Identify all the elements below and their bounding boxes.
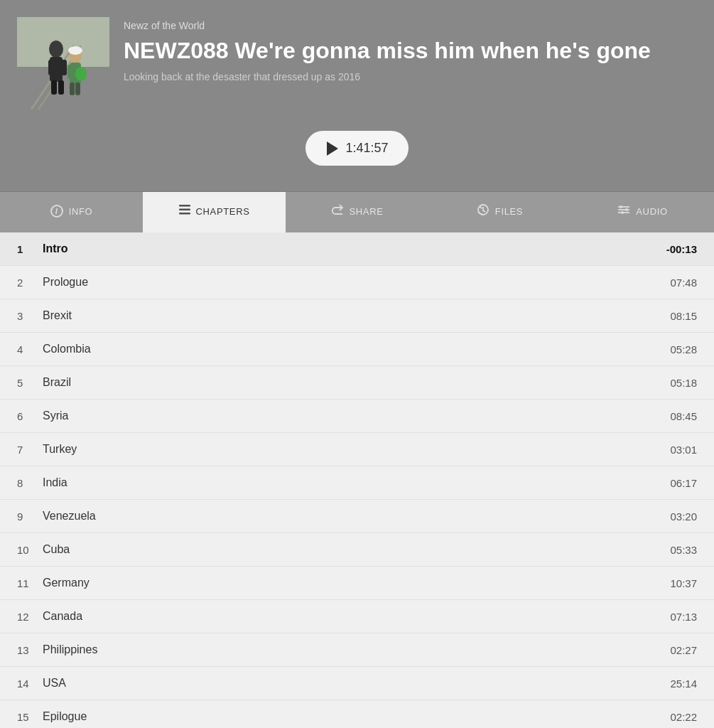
svg-point-4 — [49, 41, 63, 58]
chapter-name: Canada — [43, 610, 670, 623]
chapter-time: 07:13 — [670, 611, 697, 623]
tab-share[interactable]: SHARE — [286, 192, 428, 232]
chapter-list: 1Intro-00:132Prologue07:483Brexit08:154C… — [0, 232, 714, 728]
chapter-time: 08:15 — [670, 310, 697, 322]
chapter-name: Prologue — [43, 276, 670, 289]
chapter-row[interactable]: 4Colombia05:28 — [0, 333, 714, 366]
svg-rect-18 — [179, 209, 190, 211]
svg-rect-15 — [70, 82, 75, 95]
chapter-number: 14 — [17, 678, 43, 690]
chapter-name: Germany — [43, 577, 670, 589]
chapter-number: 3 — [17, 310, 43, 322]
chapter-row[interactable]: 10Cuba05:33 — [0, 533, 714, 567]
chapter-time: 03:20 — [670, 510, 697, 523]
share-icon — [330, 203, 343, 219]
chapter-time: 05:28 — [670, 343, 697, 355]
chapter-number: 1 — [17, 243, 43, 255]
chapter-number: 8 — [17, 477, 43, 489]
podcast-show-name: Newz of the World — [124, 20, 697, 31]
chapter-number: 9 — [17, 510, 43, 523]
chapter-number: 15 — [17, 711, 43, 723]
play-button[interactable]: 1:41:57 — [305, 131, 408, 166]
svg-point-25 — [625, 208, 628, 211]
chapter-number: 2 — [17, 277, 43, 289]
chapter-number: 12 — [17, 611, 43, 623]
play-icon — [327, 141, 338, 156]
svg-point-24 — [620, 205, 622, 208]
chapter-row[interactable]: 15Epilogue02:22 — [0, 700, 714, 728]
svg-rect-19 — [179, 213, 190, 215]
chapter-time: 07:48 — [670, 277, 697, 289]
chapter-time: 06:17 — [670, 477, 697, 489]
chapter-name: Brazil — [43, 376, 670, 389]
svg-rect-6 — [48, 60, 54, 75]
chapter-number: 10 — [17, 544, 43, 556]
chapter-time: 10:37 — [670, 577, 697, 589]
chapter-row[interactable]: 2Prologue07:48 — [0, 266, 714, 299]
podcast-info: Newz of the World NEWZ088 We're gonna mi… — [124, 17, 697, 82]
podcast-thumbnail — [17, 17, 109, 109]
chapter-number: 5 — [17, 377, 43, 389]
svg-rect-13 — [67, 65, 72, 79]
chapter-name: Colombia — [43, 343, 670, 355]
tab-audio-label: AUDIO — [636, 206, 667, 217]
svg-rect-9 — [58, 80, 64, 95]
chapter-number: 7 — [17, 444, 43, 456]
chapter-row[interactable]: 9Venezuela03:20 — [0, 500, 714, 533]
svg-rect-17 — [179, 205, 190, 207]
tab-chapters[interactable]: CHAPTERS — [143, 192, 286, 232]
chapter-row[interactable]: 8India06:17 — [0, 466, 714, 500]
chapter-number: 13 — [17, 644, 43, 656]
chapter-row[interactable]: 12Canada07:13 — [0, 600, 714, 633]
chapter-row[interactable]: 13Philippines02:27 — [0, 633, 714, 667]
svg-rect-14 — [75, 82, 80, 95]
chapter-name: USA — [43, 677, 670, 690]
chapter-name: Philippines — [43, 643, 670, 656]
files-icon — [477, 203, 489, 219]
chapter-name: Turkey — [43, 443, 670, 456]
tab-files[interactable]: FILES — [428, 192, 571, 232]
svg-rect-8 — [51, 80, 57, 95]
chapter-name: Venezuela — [43, 510, 670, 523]
tab-audio[interactable]: AUDIO — [571, 192, 714, 232]
chapter-time: 02:22 — [670, 711, 697, 723]
chapter-row[interactable]: 7Turkey03:01 — [0, 433, 714, 466]
chapter-time: 02:27 — [670, 644, 697, 656]
chapter-row[interactable]: 1Intro-00:13 — [0, 232, 714, 266]
play-button-label: 1:41:57 — [345, 141, 388, 156]
chapter-name: Brexit — [43, 309, 670, 322]
chapter-name: Epilogue — [43, 710, 670, 723]
podcast-title: NEWZ088 We're gonna miss him when he's g… — [124, 37, 697, 64]
svg-point-16 — [75, 67, 87, 81]
audio-icon — [617, 203, 630, 219]
info-icon: i — [50, 205, 63, 218]
play-container: 1:41:57 — [17, 124, 697, 180]
chapter-number: 11 — [17, 577, 43, 589]
chapter-row[interactable]: 11Germany10:37 — [0, 567, 714, 600]
chapters-icon — [179, 205, 190, 218]
svg-rect-7 — [61, 60, 67, 75]
thumbnail-image — [17, 17, 109, 109]
chapter-time: -00:13 — [666, 243, 697, 255]
tab-chapters-label: CHAPTERS — [196, 206, 250, 217]
podcast-description: Looking back at the desaster that dresse… — [124, 71, 697, 82]
tab-share-label: SHARE — [349, 206, 383, 217]
chapter-time: 25:14 — [670, 678, 697, 690]
chapter-name: Cuba — [43, 543, 670, 556]
chapter-name: Intro — [43, 242, 666, 255]
chapter-number: 6 — [17, 410, 43, 422]
svg-point-11 — [68, 46, 82, 55]
podcast-header: Newz of the World NEWZ088 We're gonna mi… — [0, 0, 714, 191]
tab-bar: i INFO CHAPTERS SHARE — [0, 191, 714, 232]
chapter-time: 03:01 — [670, 444, 697, 456]
chapter-name: India — [43, 476, 670, 489]
chapter-row[interactable]: 5Brazil05:18 — [0, 366, 714, 400]
chapter-row[interactable]: 6Syria08:45 — [0, 400, 714, 433]
chapter-number: 4 — [17, 343, 43, 355]
tab-files-label: FILES — [495, 206, 523, 217]
chapter-row[interactable]: 3Brexit08:15 — [0, 299, 714, 333]
chapter-time: 08:45 — [670, 410, 697, 422]
chapter-time: 05:18 — [670, 377, 697, 389]
chapter-row[interactable]: 14USA25:14 — [0, 667, 714, 700]
tab-info[interactable]: i INFO — [0, 192, 143, 232]
